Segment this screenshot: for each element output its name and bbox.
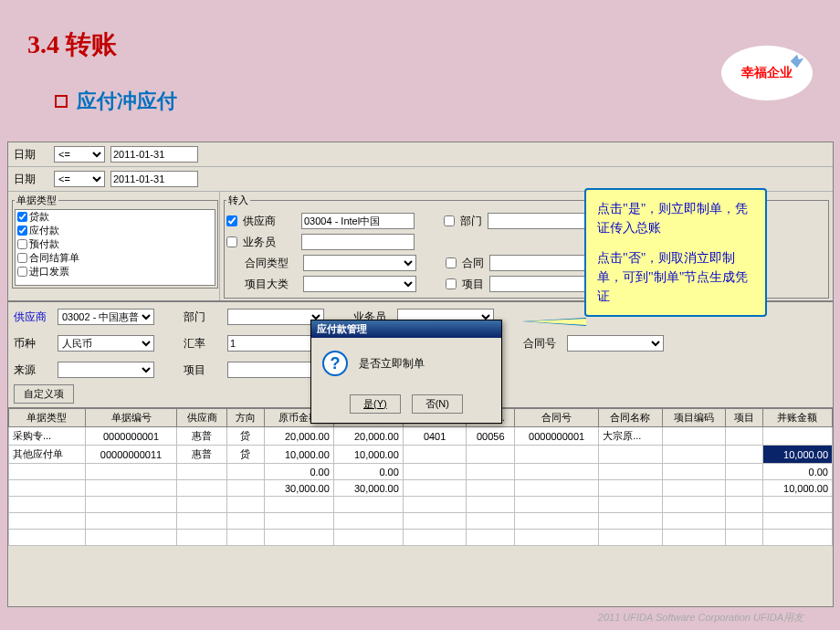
question-icon: ?	[322, 351, 348, 376]
col-header[interactable]: 合同名称	[599, 409, 663, 427]
list-item: 进口发票	[16, 265, 215, 278]
crit-contractno-label: 合同号	[523, 336, 562, 352]
salesman-input[interactable]	[301, 234, 415, 250]
crit-source-label: 来源	[14, 362, 52, 378]
doctype-check[interactable]	[17, 267, 27, 277]
confirm-dialog: 应付款管理 ? 是否立即制单 是(Y) 否(N)	[310, 320, 502, 424]
date-input-1[interactable]	[110, 146, 198, 163]
crit-source-select[interactable]	[58, 362, 154, 378]
list-item: 贷款	[16, 210, 215, 224]
yes-button[interactable]: 是(Y)	[350, 394, 401, 414]
doctype-check[interactable]	[17, 253, 27, 263]
contract-type-label: 合同类型	[245, 256, 298, 271]
doctype-legend: 单据类型	[15, 194, 58, 207]
col-header[interactable]: 单据编号	[85, 409, 176, 427]
date-label: 日期	[14, 172, 48, 187]
col-header[interactable]: 单据类型	[9, 409, 86, 427]
supplier-input[interactable]	[301, 213, 415, 229]
crit-contractno-select[interactable]	[567, 335, 664, 352]
table-row[interactable]	[9, 497, 833, 513]
list-item: 应付款	[16, 224, 215, 237]
list-item: 预付款	[16, 237, 215, 251]
doctype-list[interactable]: 贷款 应付款 预付款 合同结算单 进口发票	[15, 209, 215, 286]
date-label: 日期	[14, 147, 48, 163]
dept-label: 部门	[460, 214, 482, 229]
project-cat-label: 项目大类	[245, 277, 298, 292]
filter-row-1: 日期 <=	[8, 142, 833, 167]
crit-currency-label: 币种	[14, 336, 52, 352]
table-row[interactable]	[9, 530, 833, 546]
date-op-select-1[interactable]: <=	[54, 146, 105, 163]
logo-badge: 幸福企业	[721, 46, 813, 100]
crit-dept-label: 部门	[184, 310, 222, 325]
date-op-select-2[interactable]: <=	[54, 171, 105, 187]
transfer-legend: 转入	[226, 194, 250, 207]
crit-project-label: 项目	[184, 362, 222, 378]
supplier-label: 供应商	[243, 214, 296, 229]
bullet-icon	[55, 95, 68, 108]
contract-check[interactable]	[446, 257, 457, 268]
salesman-label: 业务员	[243, 235, 296, 250]
total-row: 30,000.0030,000.0010,000.00	[9, 480, 833, 497]
date-input-2[interactable]	[110, 171, 198, 187]
footer-watermark: 2011 UFIDA Software Corporation UFIDA用友	[598, 611, 803, 625]
crit-supplier-label: 供应商	[14, 310, 52, 325]
col-header[interactable]: 并账金额	[762, 409, 832, 427]
contract-input[interactable]	[489, 255, 599, 271]
dialog-title: 应付款管理	[311, 320, 501, 338]
crit-rate-label: 汇率	[184, 336, 222, 352]
supplier-check[interactable]	[226, 215, 237, 226]
contract-label: 合同	[462, 256, 484, 271]
col-header[interactable]: 项目	[726, 409, 763, 427]
table-row[interactable]: 0.000.000.00	[9, 464, 833, 480]
bird-icon	[789, 53, 805, 69]
col-header[interactable]: 项目编码	[662, 409, 726, 427]
doctype-fieldset: 单据类型 贷款 应付款 预付款 合同结算单 进口发票	[12, 194, 218, 289]
data-grid: 单据类型 单据编号 供应商 方向 原币金额 原币余额 部门编号 业务... 合同…	[8, 408, 833, 546]
doctype-check[interactable]	[17, 226, 27, 236]
callout-text-1: 点击"是"，则立即制单，凭证传入总账	[597, 199, 754, 237]
project-check[interactable]	[446, 278, 457, 289]
project-input[interactable]	[489, 276, 599, 292]
crit-supplier-select[interactable]: 03002 - 中国惠普	[58, 309, 154, 325]
doctype-check[interactable]	[17, 212, 27, 222]
slide-title: 3.4 转账	[27, 27, 840, 62]
table-row[interactable]	[9, 513, 833, 530]
col-header[interactable]: 合同号	[515, 409, 599, 427]
crit-currency-select[interactable]: 人民币	[58, 335, 154, 352]
project-cat-select[interactable]	[303, 276, 416, 292]
slide-subtitle: 应付冲应付	[77, 88, 177, 115]
callout-text-2: 点击"否"，则取消立即制单，可到"制单"节点生成凭证	[597, 248, 754, 306]
salesman-check[interactable]	[226, 236, 237, 247]
dialog-message: 是否立即制单	[359, 356, 425, 372]
contract-type-select[interactable]	[303, 255, 416, 271]
project-label: 项目	[462, 277, 484, 292]
dept-input[interactable]	[488, 213, 597, 229]
doctype-check[interactable]	[17, 239, 27, 249]
logo-text: 幸福企业	[741, 65, 793, 81]
col-header[interactable]: 方向	[227, 409, 265, 427]
selected-cell[interactable]: 10,000.00	[762, 446, 832, 464]
annotation-callout: 点击"是"，则立即制单，凭证传入总账 点击"否"，则取消立即制单，可到"制单"节…	[584, 188, 767, 317]
table-row[interactable]: 其他应付单00000000011惠普贷10,000.0010,000.0010,…	[9, 446, 833, 464]
table-row[interactable]: 采购专...0000000001惠普贷20,000.0020,000.00040…	[9, 427, 833, 446]
callout-tail-icon	[522, 318, 586, 326]
col-header[interactable]: 供应商	[177, 409, 227, 427]
dept-check[interactable]	[444, 215, 455, 226]
list-item: 合同结算单	[16, 251, 215, 265]
grid-wrap[interactable]: 单据类型 单据编号 供应商 方向 原币金额 原币余额 部门编号 业务... 合同…	[8, 408, 833, 546]
no-button[interactable]: 否(N)	[412, 394, 463, 414]
custom-fields-button[interactable]: 自定义项	[14, 384, 74, 404]
